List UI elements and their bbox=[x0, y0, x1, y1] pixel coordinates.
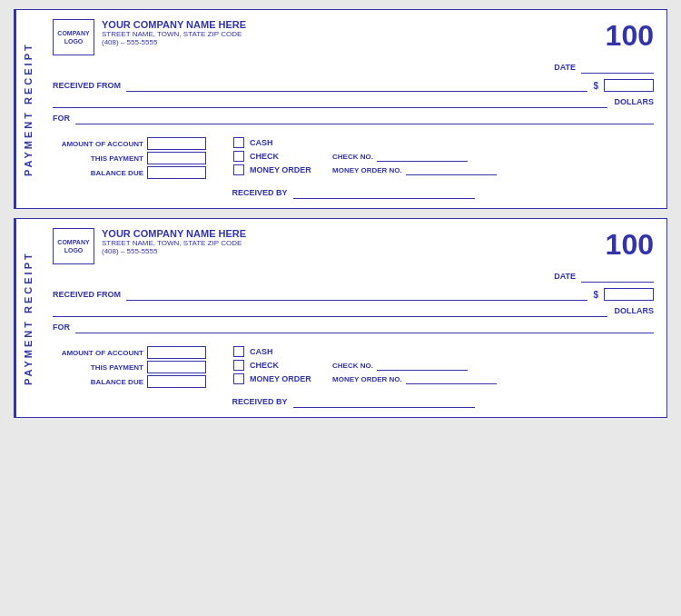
money-order-no-field-1[interactable] bbox=[406, 164, 497, 175]
this-payment-field-2[interactable] bbox=[147, 361, 206, 373]
money-order-no-field-2[interactable] bbox=[406, 373, 497, 384]
received-from-label-1: RECEIVED FROM bbox=[53, 81, 121, 90]
check-no-label-2: CHECK NO. bbox=[332, 362, 373, 370]
money-order-info-2: MONEY ORDER NO. bbox=[332, 373, 497, 384]
amount-of-account-row-2: AMOUNT OF ACCOUNT bbox=[53, 346, 206, 359]
bottom-section-2: AMOUNT OF ACCOUNT THIS PAYMENT BALANCE D… bbox=[53, 346, 654, 388]
amount-of-account-field-2[interactable] bbox=[147, 346, 206, 359]
received-from-field-2[interactable] bbox=[126, 288, 587, 301]
money-order-checkbox-1[interactable] bbox=[233, 164, 244, 175]
company-text-2: YOUR COMPANY NAME HERE STREET NAME, TOWN… bbox=[102, 228, 246, 255]
dollar-sign-2: $ bbox=[593, 290, 598, 300]
money-order-row-2: MONEY ORDER MONEY ORDER NO. bbox=[233, 373, 497, 384]
company-text-1: YOUR COMPANY NAME HERE STREET NAME, TOWN… bbox=[102, 19, 246, 46]
money-order-no-row-1: MONEY ORDER NO. bbox=[332, 164, 497, 175]
received-from-field-1[interactable] bbox=[126, 79, 587, 92]
amount-of-account-field-1[interactable] bbox=[147, 137, 206, 150]
check-no-row-2: CHECK NO. bbox=[332, 360, 468, 371]
amount-of-account-row-1: AMOUNT OF ACCOUNT bbox=[53, 137, 206, 150]
amount-table-1: AMOUNT OF ACCOUNT THIS PAYMENT BALANCE D… bbox=[53, 137, 206, 179]
date-row-2: DATE bbox=[53, 270, 654, 283]
balance-due-field-1[interactable] bbox=[147, 166, 206, 179]
payment-section-2: CASH CHECK CHECK NO. MONEY ORDER bbox=[233, 346, 497, 388]
dollars-row-2: DOLLARS bbox=[53, 304, 654, 317]
check-checkbox-1[interactable] bbox=[233, 151, 244, 162]
check-no-label-1: CHECK NO. bbox=[332, 153, 373, 161]
this-payment-row-2: THIS PAYMENT bbox=[53, 361, 206, 373]
company-phone-2: (408) – 555-5555 bbox=[102, 247, 246, 255]
received-from-row-1: RECEIVED FROM $ bbox=[53, 79, 654, 92]
company-logo-2: COMPANY LOGO bbox=[53, 228, 94, 264]
amount-field-2[interactable] bbox=[604, 288, 654, 301]
for-row-1: FOR bbox=[53, 112, 654, 124]
check-no-field-2[interactable] bbox=[377, 360, 468, 371]
header-row-2: COMPANY LOGO YOUR COMPANY NAME HERE STRE… bbox=[53, 228, 654, 264]
money-order-no-row-2: MONEY ORDER NO. bbox=[332, 373, 497, 384]
check-info-1: CHECK NO. bbox=[332, 151, 468, 162]
amount-table-2: AMOUNT OF ACCOUNT THIS PAYMENT BALANCE D… bbox=[53, 346, 206, 388]
money-order-label-2: MONEY ORDER bbox=[250, 374, 318, 383]
check-no-field-1[interactable] bbox=[377, 151, 468, 162]
money-order-no-label-2: MONEY ORDER NO. bbox=[332, 375, 402, 383]
amount-of-account-label-1: AMOUNT OF ACCOUNT bbox=[53, 140, 143, 148]
received-by-field-1[interactable] bbox=[293, 186, 475, 199]
date-label-2: DATE bbox=[554, 272, 576, 281]
cash-row-2: CASH bbox=[233, 346, 497, 357]
company-phone-1: (408) – 555-5555 bbox=[102, 38, 246, 46]
company-info-1: COMPANY LOGO YOUR COMPANY NAME HERE STRE… bbox=[53, 19, 246, 55]
this-payment-field-1[interactable] bbox=[147, 152, 206, 164]
received-by-field-2[interactable] bbox=[293, 395, 475, 408]
date-label-1: DATE bbox=[554, 63, 576, 72]
receipt-body-2: COMPANY LOGO YOUR COMPANY NAME HERE STRE… bbox=[40, 219, 666, 417]
balance-due-label-1: BALANCE DUE bbox=[53, 169, 143, 177]
check-checkbox-2[interactable] bbox=[233, 360, 244, 371]
check-no-row-1: CHECK NO. bbox=[332, 151, 468, 162]
money-order-no-label-1: MONEY ORDER NO. bbox=[332, 166, 402, 174]
company-address-2: STREET NAME, TOWN, STATE ZIP CODE bbox=[102, 239, 246, 247]
balance-due-row-1: BALANCE DUE bbox=[53, 166, 206, 179]
dollars-label-1: DOLLARS bbox=[615, 97, 655, 106]
dollars-label-2: DOLLARS bbox=[615, 306, 655, 315]
received-from-row-2: RECEIVED FROM $ bbox=[53, 288, 654, 301]
received-by-label-1: RECEIVED BY bbox=[232, 188, 287, 197]
for-field-1[interactable] bbox=[75, 112, 654, 124]
company-logo-1: COMPANY LOGO bbox=[53, 19, 94, 55]
receipt-body-1: COMPANY LOGO YOUR COMPANY NAME HERE STRE… bbox=[40, 10, 666, 208]
date-field-2[interactable] bbox=[581, 270, 654, 283]
this-payment-row-1: THIS PAYMENT bbox=[53, 152, 206, 164]
dollar-sign-1: $ bbox=[593, 81, 598, 91]
receipt-number-1: 100 bbox=[606, 19, 654, 53]
amount-field-1[interactable] bbox=[604, 79, 654, 92]
side-label-1: PAYMENT RECEIPT bbox=[15, 10, 40, 208]
cash-checkbox-2[interactable] bbox=[233, 346, 244, 357]
dollars-line-2[interactable] bbox=[53, 304, 607, 317]
cash-label-1: CASH bbox=[250, 138, 318, 147]
header-row-1: COMPANY LOGO YOUR COMPANY NAME HERE STRE… bbox=[53, 19, 654, 55]
for-field-2[interactable] bbox=[75, 321, 654, 333]
company-info-2: COMPANY LOGO YOUR COMPANY NAME HERE STRE… bbox=[53, 228, 246, 264]
received-by-label-2: RECEIVED BY bbox=[232, 397, 287, 406]
company-name-2: YOUR COMPANY NAME HERE bbox=[102, 228, 246, 239]
cash-checkbox-1[interactable] bbox=[233, 137, 244, 148]
company-name-1: YOUR COMPANY NAME HERE bbox=[102, 19, 246, 30]
this-payment-label-1: THIS PAYMENT bbox=[53, 154, 143, 163]
cash-row-1: CASH bbox=[233, 137, 497, 148]
amount-of-account-label-2: AMOUNT OF ACCOUNT bbox=[53, 349, 143, 357]
date-field-1[interactable] bbox=[581, 61, 654, 74]
money-order-label-1: MONEY ORDER bbox=[250, 165, 318, 174]
money-order-checkbox-2[interactable] bbox=[233, 373, 244, 384]
check-label-2: CHECK bbox=[250, 361, 318, 370]
balance-due-label-2: BALANCE DUE bbox=[53, 378, 143, 386]
check-row-2: CHECK CHECK NO. bbox=[233, 360, 497, 371]
balance-due-field-2[interactable] bbox=[147, 375, 206, 388]
for-label-2: FOR bbox=[53, 323, 70, 332]
dollars-row-1: DOLLARS bbox=[53, 95, 654, 108]
dollars-line-1[interactable] bbox=[53, 95, 607, 108]
side-label-2: PAYMENT RECEIPT bbox=[15, 219, 40, 417]
date-row-1: DATE bbox=[53, 61, 654, 74]
check-row-1: CHECK CHECK NO. bbox=[233, 151, 497, 162]
company-address-1: STREET NAME, TOWN, STATE ZIP CODE bbox=[102, 30, 246, 38]
received-by-row-2: RECEIVED BY bbox=[53, 395, 654, 408]
money-order-row-1: MONEY ORDER MONEY ORDER NO. bbox=[233, 164, 497, 175]
received-by-row-1: RECEIVED BY bbox=[53, 186, 654, 199]
